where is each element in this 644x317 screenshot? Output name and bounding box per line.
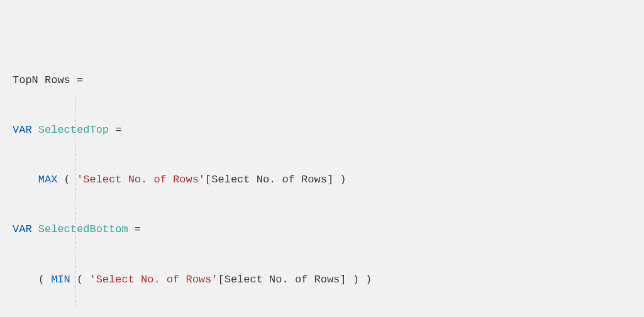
identifier: SelectedBottom bbox=[32, 223, 128, 235]
keyword-var: VAR bbox=[13, 124, 32, 136]
code-line: ( MIN ( 'Select No. of Rows'[Select No. … bbox=[13, 272, 631, 288]
string-literal: 'Select No. of Rows' bbox=[77, 174, 205, 186]
code-line: VAR SelectedBottom = bbox=[13, 221, 631, 238]
measure-name: TopN Rows bbox=[13, 74, 70, 86]
keyword-var: VAR bbox=[13, 223, 32, 235]
function-min: MIN bbox=[51, 274, 70, 286]
function-max: MAX bbox=[38, 174, 58, 186]
code-line: VAR SelectedTop = bbox=[13, 122, 631, 138]
code-line: MAX ( 'Select No. of Rows'[Select No. of… bbox=[13, 172, 631, 188]
dax-code-block: TopN Rows = VAR SelectedTop = MAX ( 'Sel… bbox=[0, 0, 644, 317]
string-literal: 'Select No. of Rows' bbox=[89, 274, 218, 286]
identifier: SelectedTop bbox=[32, 124, 109, 136]
code-line: TopN Rows = bbox=[13, 72, 631, 89]
